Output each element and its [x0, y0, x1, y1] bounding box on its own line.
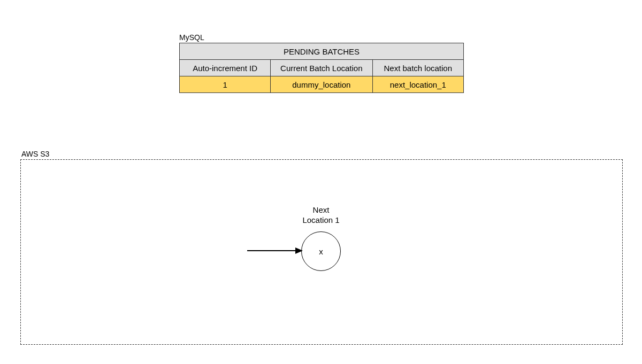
node-circle: x	[301, 231, 341, 271]
aws-s3-label: AWS S3	[21, 150, 49, 158]
svg-marker-1	[295, 247, 303, 254]
node-label: Next Location 1	[297, 205, 345, 226]
node-label-line2: Location 1	[302, 215, 339, 224]
cell-id: 1	[180, 76, 271, 93]
col-header-current: Current Batch Location	[271, 60, 372, 76]
cell-next: next_location_1	[372, 76, 464, 93]
mysql-label: MySQL	[179, 33, 204, 42]
table-row: 1 dummy_location next_location_1	[180, 76, 464, 93]
table-header-row: Auto-increment ID Current Batch Location…	[180, 60, 464, 76]
node-content: x	[319, 247, 323, 256]
col-header-next: Next batch location	[372, 60, 464, 76]
table-title: PENDING BATCHES	[180, 43, 464, 60]
arrow-icon	[247, 246, 303, 255]
node-label-line1: Next	[313, 205, 330, 214]
col-header-id: Auto-increment ID	[180, 60, 271, 76]
pending-batches-table: PENDING BATCHES Auto-increment ID Curren…	[179, 43, 464, 93]
cell-current: dummy_location	[271, 76, 372, 93]
